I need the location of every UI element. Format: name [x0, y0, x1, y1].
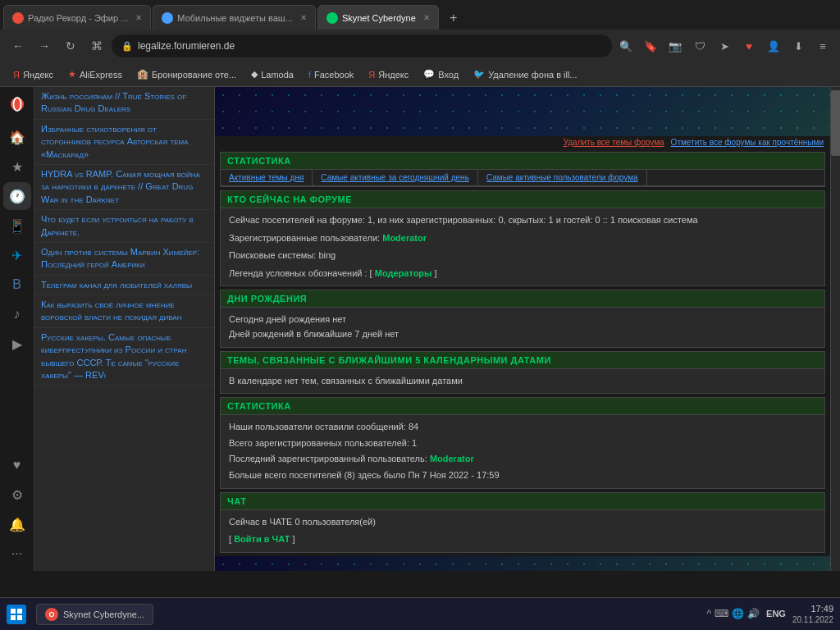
settings-icon[interactable]: ⚙ — [3, 481, 31, 509]
join-chat-link[interactable]: Войти в ЧАТ — [234, 534, 290, 544]
tray-network-icon[interactable]: 🌐 — [732, 608, 744, 619]
sidebar-link-5[interactable]: Один против системы Марвин Химейер: Посл… — [34, 243, 214, 276]
legend-text: Легенда условных обозначений : [ Модерат… — [229, 267, 816, 281]
start-button[interactable] — [0, 598, 33, 631]
opera-sidebar: 🏠 ★ 🕐 📱 ✈ В ♪ ▶ ♥ ⚙ 🔔 ··· — [0, 87, 34, 571]
stats-tab-today[interactable]: Самые активные за сегодняшний день — [313, 170, 478, 185]
upcoming-dates-content: В календаре нет тем, связанных с ближайш… — [221, 369, 824, 394]
nav-icons-right: 🔍 🔖 📷 🛡 ➤ ♥ 👤 ⬇ ≡ — [615, 35, 833, 57]
stats-tab-active[interactable]: Активные темы дня — [221, 170, 313, 185]
tab-label-skynet: Skynet Cyberdyne — [342, 13, 416, 23]
moderators-legend-link[interactable]: Модераторы — [375, 268, 432, 278]
bookmark-hotel[interactable]: 🏨 Бронирование оте... — [130, 67, 243, 81]
notification-icon[interactable]: 🔔 — [3, 510, 31, 538]
back-button[interactable]: ← — [7, 34, 30, 57]
telegram-icon[interactable]: ✈ — [3, 241, 31, 269]
delete-all-link[interactable]: Удалить все темы форума — [564, 138, 664, 147]
star-icon[interactable]: ★ — [3, 153, 31, 180]
address-bar[interactable]: 🔒 legalize.forumieren.de — [112, 34, 612, 57]
sidebar-link-3[interactable]: HYDRA vs RAMP. Самая мощная война за нар… — [34, 165, 214, 210]
account-icon[interactable]: 👤 — [763, 35, 784, 57]
stats-content: Наши пользователи оставили сообщений: 84… — [221, 415, 824, 487]
bookmark-yandex1[interactable]: Я Яндекс — [7, 68, 60, 81]
camera-icon[interactable]: 📷 — [664, 35, 686, 57]
scrollbar-thumb[interactable] — [831, 90, 840, 156]
play-icon[interactable]: ▶ — [3, 330, 31, 358]
svg-rect-3 — [17, 609, 22, 614]
cyber-background — [215, 87, 830, 136]
shield-icon[interactable]: 🛡 — [689, 35, 710, 57]
music-icon[interactable]: ♪ — [3, 300, 31, 328]
tab-radio[interactable]: Радио Рекорд - Эфир ... ✕ — [3, 5, 151, 30]
stats-tab-users[interactable]: Самые активные пользователи форума — [478, 170, 647, 185]
upcoming-dates-text: В календаре нет тем, связанных с ближайш… — [229, 374, 816, 389]
tab-close-skynet[interactable]: ✕ — [423, 13, 430, 22]
opera-logo-icon[interactable] — [3, 90, 31, 118]
send-icon[interactable]: ➤ — [714, 35, 735, 57]
heart-icon[interactable]: ♥ — [738, 35, 760, 57]
forum-action-bar: Удалить все темы форума Отметить все фор… — [215, 136, 830, 148]
forward-button[interactable]: → — [33, 34, 56, 57]
more-icon[interactable]: ··· — [3, 540, 31, 568]
home-icon[interactable]: 🏠 — [3, 123, 31, 151]
sidebar-link-7[interactable]: Как выразить своё личное мнение воровско… — [34, 295, 214, 328]
clock-date: 20.11.2022 — [792, 614, 833, 625]
tab-widgets[interactable]: Мобильные виджеты ваш... ✕ — [153, 5, 316, 30]
refresh-button[interactable]: ↻ — [59, 34, 82, 57]
tab-close-widgets[interactable]: ✕ — [300, 13, 307, 22]
download-icon[interactable]: ⬇ — [788, 35, 809, 57]
forum-header — [215, 87, 830, 136]
sidebar-link-8[interactable]: Русские хакеры. Самые опасные киберпрест… — [34, 328, 214, 386]
grid-button[interactable]: ⌘ — [85, 34, 108, 57]
search-engines-text: Поисковые системы: bing — [229, 249, 816, 263]
bookmark-facebook[interactable]: f Facebook — [302, 68, 360, 81]
history-icon[interactable]: 🕐 — [3, 182, 31, 210]
tab-close-radio[interactable]: ✕ — [135, 13, 142, 22]
taskbar-browser-item[interactable]: O Skynet Cyberdyne... — [36, 604, 153, 625]
content-sidebar: Жизнь россиянам // True Stories of Russi… — [34, 87, 215, 571]
chat-join: [ Войти в ЧАТ ] — [229, 532, 816, 547]
heart-sidebar-icon[interactable]: ♥ — [3, 451, 31, 479]
vk-icon[interactable]: В — [3, 271, 31, 299]
system-tray: ^ ⌨ 🌐 🔊 — [706, 608, 760, 619]
new-tab-button[interactable]: + — [442, 7, 465, 30]
bookmark-lamoda[interactable]: ◆ Lamoda — [244, 67, 300, 81]
moderator-link[interactable]: Moderator — [382, 233, 427, 243]
tab-label-widgets: Мобильные виджеты ваш... — [177, 13, 293, 23]
tray-arrow-icon[interactable]: ^ — [706, 608, 711, 619]
chat-content: Сейчас в ЧАТЕ 0 пользователя(ей) [ Войти… — [221, 510, 824, 552]
lock-icon: 🔒 — [121, 41, 133, 52]
who-online-content: Сейчас посетителей на форуме: 1, из них … — [221, 208, 824, 285]
language-indicator[interactable]: ENG — [766, 609, 786, 619]
sidebar-link-2[interactable]: Избранные стихотворения от сторонников р… — [34, 120, 214, 165]
bookmark-aliexpress[interactable]: ★ AliExpress — [62, 67, 129, 81]
bookmark-icon[interactable]: 🔖 — [640, 35, 661, 57]
menu-icon[interactable]: ≡ — [812, 35, 833, 57]
birthdays-next7: Дней рождений в ближайшие 7 дней нет — [229, 327, 816, 342]
registered-text: Зарегистрированные пользователи: Moderat… — [229, 231, 816, 246]
nav-bar: ← → ↻ ⌘ 🔒 legalize.forumieren.de 🔍 🔖 📷 🛡… — [0, 30, 840, 62]
birthdays-section: Дни рождения Сегодня дней рождения нет Д… — [220, 290, 825, 347]
search-icon[interactable]: 🔍 — [615, 35, 637, 57]
taskbar-right: ^ ⌨ 🌐 🔊 ENG 17:49 20.11.2022 — [706, 603, 840, 625]
tray-speaker-icon[interactable]: 🔊 — [747, 608, 760, 619]
tray-keyboard-icon[interactable]: ⌨ — [714, 608, 728, 619]
bookmark-login[interactable]: 💬 Вход — [417, 67, 465, 81]
tab-skynet[interactable]: Skynet Cyberdyne ✕ — [317, 5, 439, 30]
sidebar-link-6[interactable]: Телеграм канал для любителей халявы — [34, 276, 214, 295]
svg-rect-5 — [17, 615, 22, 620]
bookmark-facebook-label: Facebook — [314, 70, 354, 80]
sidebar-link-1[interactable]: Жизнь россиянам // True Stories of Russi… — [34, 87, 214, 120]
bookmark-bg-remove[interactable]: 🐦 Удаление фона в ill... — [467, 67, 583, 81]
last-user-link[interactable]: Moderator — [430, 454, 474, 463]
sidebar-link-4[interactable]: Что будет если устроиться на работу в Да… — [34, 210, 214, 243]
forum-scrollbar[interactable] — [830, 87, 840, 571]
chat-online-text: Сейчас в ЧАТЕ 0 пользователя(ей) — [229, 515, 816, 530]
mark-all-read-link[interactable]: Отметить все форумы как прочтёнными — [671, 138, 824, 147]
whatsapp-icon[interactable]: 📱 — [3, 212, 31, 240]
windows-logo — [7, 605, 26, 624]
bookmark-yandex2[interactable]: Я Яндекс — [362, 68, 415, 81]
tab-icon-widgets — [162, 12, 173, 24]
tab-bar: Радио Рекорд - Эфир ... ✕ Мобильные видж… — [0, 0, 840, 30]
login-icon: 💬 — [423, 69, 435, 80]
